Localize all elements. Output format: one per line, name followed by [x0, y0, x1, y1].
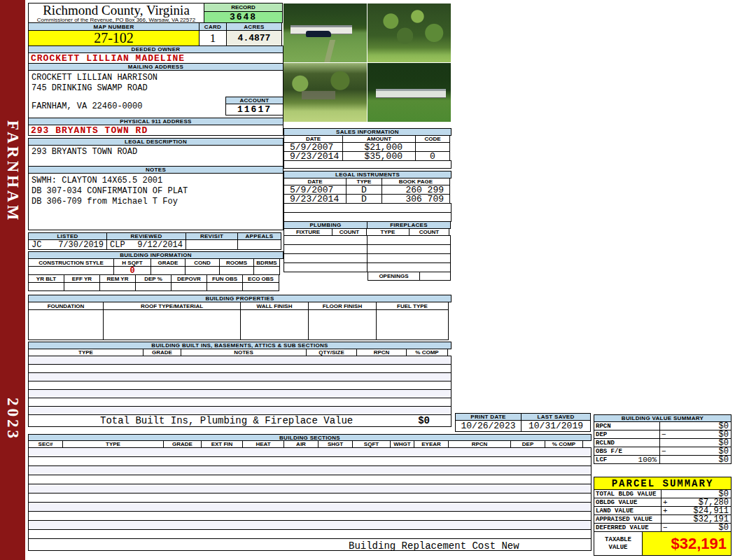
land-op: + — [662, 507, 671, 515]
built-ins-total-value: $0 — [418, 415, 451, 426]
openings-value — [419, 272, 451, 281]
empty-row — [28, 511, 592, 521]
remyr-value — [99, 282, 136, 291]
building-info-values-2 — [28, 282, 284, 291]
account-box: ACCOUNT 11617 — [225, 97, 284, 115]
bi-rpcn-label: RPCN — [356, 349, 407, 356]
building-properties-section: BUILDING PROPERTIES FOUNDATION ROOF TYPE… — [28, 295, 451, 427]
legal-instrument-row: 9/23/2014 D 306 709 — [284, 194, 451, 204]
plumbing-empty-row — [284, 262, 451, 272]
bi-comp-label: % COMP — [406, 349, 448, 356]
mailing-address-block: CROCKETT LILLIAN HARRISON 745 DRINKING S… — [28, 70, 284, 118]
acres-value: 4.4877 — [226, 30, 282, 46]
floor-finish-value — [308, 309, 377, 340]
dep-op: − — [660, 430, 670, 439]
sec-comp-label: % COMP — [545, 440, 583, 448]
building-sections-table: BUILDING SECTIONS SEC# TYPE GRADE EXT FI… — [28, 434, 592, 551]
sales-and-instruments-section: SALES INFORMATION DATE AMOUNT CODE 5/9/2… — [284, 128, 451, 281]
sec-air-label: AIR — [284, 440, 318, 448]
built-ins-total-row: Total Built Ins, Plumbing & Fireplace Va… — [28, 414, 451, 427]
district-sidebar: FARNHAM 2023 — [0, 0, 25, 560]
wall-finish-value — [240, 309, 309, 340]
empty-row — [284, 212, 451, 222]
building-value-summary: BUILDING VALUE SUMMARY RPCN $0 DEP −$0 R… — [594, 414, 732, 464]
property-photos — [284, 4, 451, 122]
sec-eyear-label: EYEAR — [414, 440, 449, 448]
mailing-line-3: FARNHAM, VA 22460-0000 — [31, 102, 142, 111]
empty-row — [28, 502, 592, 512]
card-value: 1 — [199, 30, 227, 46]
photo-overgrown-brush — [368, 4, 451, 62]
empty-row — [28, 493, 592, 503]
built-ins-headers: TYPE GRADE NOTES QTY/SIZE RPCN % COMP — [28, 349, 451, 356]
sec-rpcn-label: RPCN — [448, 440, 511, 448]
photo-mobile-home-lawn — [368, 63, 451, 122]
foundation-value — [28, 309, 104, 340]
sale-date: 9/23/2014 — [284, 151, 343, 161]
empty-row — [28, 520, 592, 530]
deferred-op: − — [662, 524, 671, 532]
built-ins-total-label: Total Built Ins, Plumbing & Fireplace Va… — [29, 415, 353, 426]
empty-row — [28, 484, 592, 493]
lcf-pct: 100% — [638, 456, 657, 464]
empty-row — [284, 203, 451, 213]
plumbing-empty-row — [284, 235, 451, 245]
dep-pct-value — [135, 282, 172, 291]
note-line-3: DB 306-709 from Michael T Foy — [31, 197, 178, 206]
account-value: 11617 — [225, 104, 284, 115]
sale-code: 0 — [415, 151, 450, 161]
yrblt-value — [28, 282, 64, 291]
district-label: FARNHAM — [4, 120, 22, 223]
empty-row — [28, 465, 592, 475]
lcf-value: $0 — [670, 455, 731, 465]
last-saved-value: 10/31/2019 — [521, 420, 591, 432]
empty-row — [28, 447, 592, 457]
review-value-row: JC 7/30/2019 CLP 9/12/2014 — [28, 239, 284, 250]
obs-fe-op: − — [660, 447, 670, 456]
listed-by: JC — [31, 240, 41, 250]
depovr-value — [171, 282, 207, 291]
openings-label: OPENINGS — [368, 272, 420, 281]
listed-value: JC 7/30/2019 — [28, 239, 107, 250]
li-type: D — [346, 194, 382, 204]
deferred-value: $0 — [671, 523, 731, 533]
sec-type-label: TYPE — [62, 440, 164, 448]
reviewed-date: 9/12/2014 — [137, 240, 183, 250]
record-box: RECORD 3648 — [204, 3, 283, 23]
funobs-value — [206, 282, 243, 291]
map-number-value: 27-102 — [28, 30, 200, 46]
sec-whgt-label: WHGT — [390, 440, 414, 448]
bi-type-label: TYPE — [28, 349, 144, 356]
print-date-value: 10/26/2023 — [455, 420, 522, 432]
note-line-2: DB 307-034 CONFIRMATION OF PLAT — [31, 186, 188, 196]
record-value: 3648 — [204, 11, 283, 23]
fuel-type-value — [376, 309, 449, 340]
summary-row: LCF 100% $0 — [594, 455, 732, 464]
owner-identity-section: Richmond County, Virginia Commissioner o… — [28, 3, 284, 291]
sec-dep-label: DEP — [510, 440, 545, 448]
deeded-owner-value: CROCKETT LILLIAN MADELINE — [28, 52, 284, 64]
lcf-label: LCF — [596, 456, 607, 463]
parcel-summary: PARCEL SUMMARY TOTAL BLDG VALUE $0 OBLDG… — [594, 477, 732, 556]
taxable-value: $32,191 — [643, 532, 731, 555]
legal-description-value: 293 BRYANTS TOWN ROAD — [28, 145, 284, 167]
appeals-value — [237, 239, 281, 250]
sales-row: 9/23/2014 $35,000 0 — [284, 151, 451, 161]
empty-row — [28, 529, 592, 539]
building-properties-values — [28, 309, 451, 340]
physical-address-value: 293 BRYANTS TOWN RD — [28, 125, 284, 136]
parcel-summary-label: PARCEL SUMMARY — [594, 477, 732, 490]
photo-mobile-home-truck — [284, 4, 367, 62]
li-date: 9/23/2014 — [284, 194, 346, 204]
li-bookpage: 306 709 — [382, 194, 450, 204]
plumbing-empty-row — [284, 253, 451, 263]
sec-heat-label: HEAT — [242, 440, 284, 448]
footer-row: Building Replacement Cost New — [28, 538, 592, 551]
notes-block: SWMH: CLAYTON 14X65.5 2001 DB 307-034 CO… — [28, 173, 284, 230]
reviewed-value: CLP 9/12/2014 — [106, 239, 186, 250]
sec-sqft-label: SQFT — [352, 440, 391, 448]
sec-extfin-label: EXT FIN — [201, 440, 243, 448]
reviewed-by: CLP — [110, 240, 125, 250]
obldg-op: + — [662, 498, 671, 507]
listed-date: 7/30/2019 — [58, 240, 104, 250]
